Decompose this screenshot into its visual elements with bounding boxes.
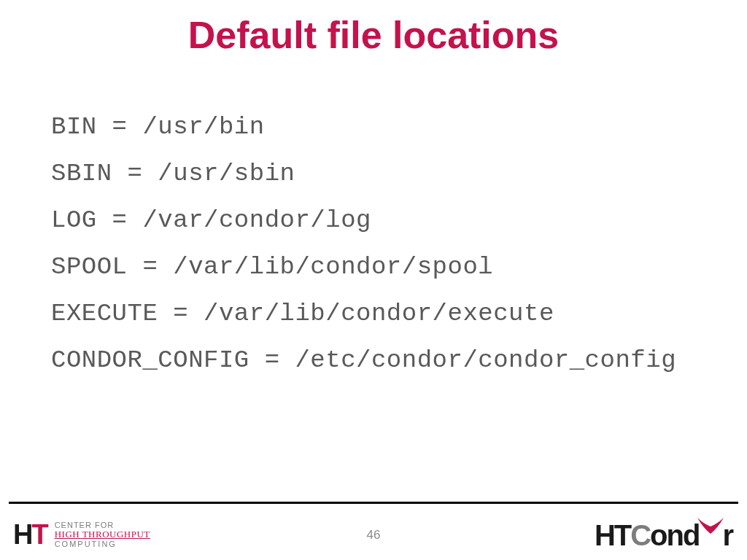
logo-ht: HT [595,521,630,550]
logo-ond: ond [650,521,699,550]
logo-line3: COMPUTING [55,540,150,548]
config-line: SBIN = /usr/sbin [51,160,703,187]
footer-rule [9,502,738,504]
content-block: BIN = /usr/bin SBIN = /usr/sbin LOG = /v… [51,113,703,393]
slide-title: Default file locations [0,0,747,57]
logo-c: C [630,521,650,550]
ht-mark-icon: HT [13,521,47,548]
chtc-logo-text: CENTER FOR HIGH THROUGHPUT COMPUTING [55,521,150,548]
footer: 46 HT CENTER FOR HIGH THROUGHPUT COMPUTI… [0,502,747,560]
logo-letter-h: H [13,521,31,548]
slide: Default file locations BIN = /usr/bin SB… [0,0,747,560]
config-line: EXECUTE = /var/lib/condor/execute [51,300,703,327]
chtc-logo: HT CENTER FOR HIGH THROUGHPUT COMPUTING [13,521,150,548]
config-line: BIN = /usr/bin [51,113,703,141]
logo-line2: HIGH THROUGHPUT [55,529,150,540]
config-line: LOG = /var/condor/log [51,206,703,234]
config-line: CONDOR_CONFIG = /etc/condor/condor_confi… [51,346,703,374]
htcondor-logo: HTCondr [595,521,732,550]
logo-letter-t: T [31,521,47,548]
logo-line1: CENTER FOR [55,521,150,529]
config-line: SPOOL = /var/lib/condor/spool [51,253,703,281]
